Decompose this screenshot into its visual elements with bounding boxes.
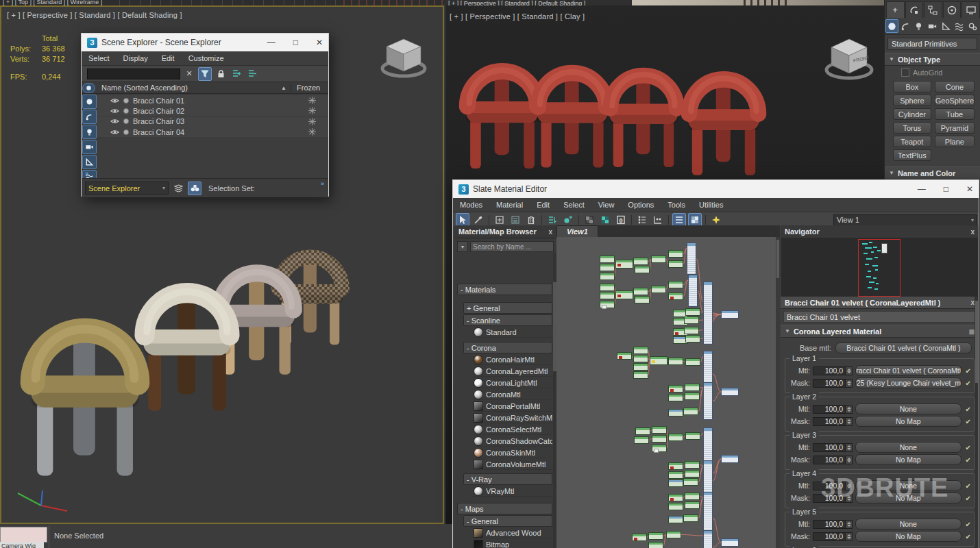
primitive-button-plane[interactable]: Plane <box>935 136 975 147</box>
display-cameras-icon[interactable] <box>82 140 97 154</box>
material-node[interactable] <box>688 275 698 307</box>
primitive-button-teapot[interactable]: Teapot <box>893 136 931 147</box>
close-icon2[interactable]: ✕ <box>966 184 973 194</box>
map-node[interactable] <box>668 471 683 479</box>
map-node[interactable] <box>600 264 615 271</box>
map-node[interactable] <box>651 286 666 293</box>
primitive-button-textplus[interactable]: TextPlus <box>893 149 931 161</box>
tree-item-coronavolumemtl[interactable]: CoronaVolumeMtl <box>474 459 552 470</box>
slate-titlebar[interactable]: 3 Slate Material Editor — □ ✕ <box>453 180 979 198</box>
node-canvas[interactable] <box>556 237 780 548</box>
spinner-arrows-icon[interactable] <box>846 379 853 388</box>
tree-group-scanline[interactable]: - Scanline <box>463 314 552 326</box>
expand-all-icon[interactable] <box>230 67 243 81</box>
display-lights-icon[interactable] <box>82 125 97 139</box>
tree-item-vraymtl[interactable]: VRayMtl <box>474 486 552 497</box>
tree-group-materials[interactable]: - Materials <box>457 284 552 295</box>
tree-group-general[interactable]: + General <box>463 302 552 314</box>
map-node[interactable] <box>668 494 683 501</box>
tab-motion[interactable] <box>943 1 961 18</box>
category-spacewarps[interactable] <box>953 19 966 33</box>
navigator-titlebar[interactable]: Navigator x <box>781 225 979 238</box>
map-node[interactable] <box>652 435 667 443</box>
map-node[interactable] <box>615 290 633 299</box>
spinner-arrows-icon[interactable] <box>846 520 853 529</box>
search-input[interactable] <box>87 68 180 79</box>
minimize-icon[interactable]: — <box>267 38 275 47</box>
map-node[interactable] <box>635 266 650 273</box>
tree-item-coronamtl[interactable]: CoronaMtl <box>474 389 552 400</box>
autogrid-checkbox[interactable] <box>901 68 909 77</box>
map-node[interactable] <box>683 514 698 522</box>
map-node[interactable] <box>633 288 648 295</box>
map-node[interactable] <box>635 296 650 303</box>
map-node[interactable] <box>600 301 615 308</box>
params-scrollbar[interactable] <box>975 297 979 548</box>
mask-amount-spinner[interactable]: 100,0 <box>813 532 853 541</box>
material-node[interactable] <box>703 492 713 534</box>
select-by-material-icon[interactable] <box>709 213 723 227</box>
material-node[interactable] <box>703 282 713 345</box>
primitive-button-geosphere[interactable]: GeoSphere <box>935 95 975 106</box>
mtl-map-button[interactable]: None <box>855 403 961 414</box>
map-node[interactable] <box>668 250 683 258</box>
output-node[interactable] <box>721 388 739 396</box>
column-name[interactable]: Name (Sorted Ascending) <box>101 84 188 92</box>
category-lights[interactable] <box>912 19 925 33</box>
spinner-arrows-icon[interactable] <box>846 443 853 452</box>
map-node[interactable] <box>685 461 700 469</box>
tree-item-coronalightmtl[interactable]: CoronaLightMtl <box>474 377 552 388</box>
layout-all-icon[interactable] <box>635 213 649 227</box>
mask-map-button[interactable]: No Map <box>855 454 961 465</box>
tab-display[interactable] <box>961 1 980 18</box>
renderable-dot-icon[interactable] <box>122 117 130 125</box>
object-name[interactable]: Bracci Chair 03 <box>133 117 184 125</box>
table-row[interactable]: Bracci Chair 02 <box>97 105 328 116</box>
mask-map-button[interactable]: No Map <box>855 531 961 542</box>
map-node[interactable] <box>668 462 683 470</box>
map-node[interactable] <box>683 478 698 486</box>
sx-menu-select[interactable]: Select <box>82 54 117 62</box>
map-node[interactable] <box>684 327 699 334</box>
mtl-enable-check-icon[interactable]: ✔ <box>966 521 971 528</box>
maxscript-mini-listener[interactable] <box>0 527 47 543</box>
primitives-dropdown[interactable]: Standard Primitives <box>887 38 977 50</box>
map-node[interactable] <box>632 534 647 541</box>
map-node[interactable] <box>668 409 683 416</box>
map-node[interactable] <box>685 335 700 342</box>
mtl-map-button[interactable]: None <box>855 519 961 530</box>
frozen-icon[interactable] <box>308 107 316 114</box>
map-node[interactable] <box>685 393 700 400</box>
put-to-library-icon[interactable] <box>509 213 522 227</box>
category-geometry[interactable] <box>885 19 898 33</box>
map-node[interactable] <box>668 434 683 441</box>
mask-map-button[interactable]: No Map <box>855 416 961 427</box>
table-row[interactable]: Bracci Chair 03 <box>97 116 328 127</box>
mask-amount-value[interactable]: 100,0 <box>813 532 846 541</box>
viewcube-front[interactable]: FRONT <box>821 29 877 84</box>
sx-menu-edit[interactable]: Edit <box>155 54 182 62</box>
mask-enable-check-icon[interactable]: ✔ <box>966 533 971 540</box>
side-overflow-icon[interactable]: » <box>85 170 88 177</box>
mask-enable-check-icon[interactable]: ✔ <box>966 456 971 464</box>
mask-amount-spinner[interactable]: 100,0 <box>813 456 853 464</box>
category-helpers[interactable] <box>940 19 953 33</box>
maximize-icon2[interactable]: □ <box>944 184 948 194</box>
map-node[interactable] <box>650 356 667 365</box>
category-shapes[interactable] <box>899 19 912 33</box>
binoculars-icon[interactable] <box>188 182 201 195</box>
spinner-arrows-icon[interactable] <box>846 366 853 375</box>
viewcube[interactable] <box>377 29 430 81</box>
tree-group-maps[interactable]: - Maps <box>457 503 552 514</box>
mtl-map-button[interactable]: None <box>855 442 961 453</box>
slate-menu-options[interactable]: Options <box>621 201 661 209</box>
rollout-object-type[interactable]: ▼ Object Type <box>885 53 980 66</box>
eye-icon[interactable] <box>110 107 119 115</box>
move-children-icon[interactable] <box>546 213 559 227</box>
map-node[interactable] <box>633 258 648 265</box>
mask-enable-check-icon[interactable]: ✔ <box>966 379 971 387</box>
table-row[interactable]: Bracci Chair 01 <box>97 95 328 106</box>
table-row[interactable]: Bracci Chair 04 <box>97 127 328 138</box>
slate-menu-modes[interactable]: Modes <box>453 201 489 209</box>
footer-overflow-icon[interactable]: » <box>321 180 324 187</box>
